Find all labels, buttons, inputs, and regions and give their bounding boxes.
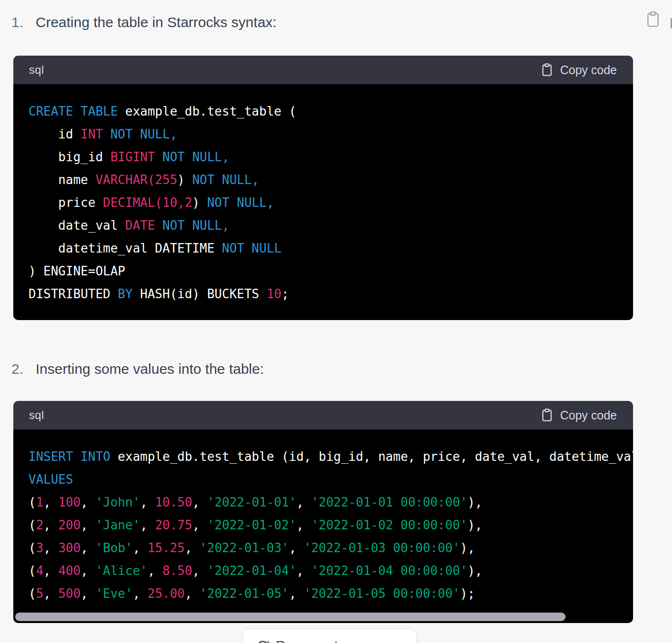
code-token: ) [192, 195, 207, 210]
code-token: 10 [267, 287, 281, 301]
code-line: id INT NOT NULL, [29, 123, 633, 146]
code-token: id [29, 127, 81, 141]
code-token: DECIMAL(10,2 [103, 195, 192, 210]
code-token [155, 150, 163, 164]
code-token: NOT NULL, [163, 150, 230, 164]
copy-code-label: Copy code [560, 63, 617, 77]
list-number: 2. [11, 360, 36, 378]
code-token: 1 [36, 495, 44, 509]
code-token: ), [468, 518, 482, 532]
code-token: , [133, 586, 147, 601]
code-line: (5, 500, 'Eve', 25.00, '2022-01-05', '20… [29, 582, 633, 605]
code-token: '2022-01-05' [200, 586, 289, 601]
code-token: , [297, 564, 311, 578]
code-token: ( [29, 586, 36, 601]
code-token: ) [177, 173, 192, 187]
code-token: 25.00 [148, 586, 185, 601]
code-token: BIGINT [110, 150, 155, 164]
code-token: '2022-01-04 00:00:00' [311, 564, 468, 578]
code-token: , [81, 541, 96, 555]
code-token: 2 [36, 518, 44, 532]
code-content: INSERT INTO example_db.test_table (id, b… [13, 429, 633, 623]
code-token: , [140, 518, 155, 532]
code-token: , [289, 541, 304, 555]
code-token: HASH(id) BUCKETS [133, 287, 267, 301]
code-line: price DECIMAL(10,2) NOT NULL, [29, 191, 633, 214]
code-token: ( [29, 495, 36, 509]
code-block-header: sql Copy code [13, 56, 633, 84]
code-token: 5 [36, 586, 44, 601]
code-token: 200 [58, 518, 81, 532]
code-token: , [43, 541, 58, 555]
regenerate-button[interactable]: Regenerate response [243, 629, 417, 643]
code-token: , [192, 518, 207, 532]
section-heading-2: 2. Inserting some values into the table: [11, 360, 264, 378]
code-token: datetime_val DATETIME [29, 241, 222, 255]
code-token: , [185, 541, 200, 555]
code-line: name VARCHAR(255) NOT NULL, [29, 168, 633, 191]
code-block-insert-values: sql Copy code INSERT INTO example_db.tes… [13, 401, 633, 623]
code-token [155, 218, 163, 233]
code-token: ( [29, 518, 36, 532]
code-token: NOT NULL, [192, 173, 259, 187]
code-token: DISTRIBUTED [29, 287, 118, 301]
clipboard-icon [540, 408, 554, 422]
code-token: , [81, 564, 96, 578]
copy-code-button[interactable]: Copy code [540, 408, 617, 422]
code-line: DISTRIBUTED BY HASH(id) BUCKETS 10; [29, 283, 633, 305]
code-token: ), [468, 564, 482, 578]
code-token: NOT NULL [222, 241, 281, 255]
code-token: , [289, 586, 304, 601]
code-token: , [43, 518, 58, 532]
code-line: VALUES [29, 468, 633, 491]
heading-text: Inserting some values into the table: [36, 360, 264, 378]
code-token: ; [281, 287, 289, 301]
code-line: INSERT INTO example_db.test_table (id, b… [29, 445, 633, 468]
code-token: '2022-01-03 00:00:00' [304, 541, 460, 555]
code-token: ( [29, 541, 36, 555]
code-token: INSERT INTO [29, 449, 110, 464]
code-token: ) ENGINE=OLAP [29, 264, 125, 278]
code-token: ); [460, 586, 475, 601]
clipboard-icon [540, 63, 554, 77]
code-token: '2022-01-01' [207, 495, 297, 509]
copy-code-button[interactable]: Copy code [540, 63, 617, 77]
code-token: , [43, 495, 58, 509]
code-token: , [43, 586, 58, 601]
code-token: 4 [36, 564, 44, 578]
code-token: , [133, 541, 147, 555]
code-token: , [297, 518, 311, 532]
code-line: (4, 400, 'Alice', 8.50, '2022-01-04', '2… [29, 559, 633, 582]
code-token: BY [118, 287, 133, 301]
code-token: 'Alice' [96, 564, 148, 578]
code-token: date_val [29, 218, 125, 233]
code-token: , [297, 495, 311, 509]
code-line: date_val DATE NOT NULL, [29, 214, 633, 237]
code-token: , [81, 495, 96, 509]
code-line: (2, 200, 'Jane', 20.75, '2022-01-02', '2… [29, 514, 633, 536]
code-token: 'John' [96, 495, 140, 509]
code-block-header: sql Copy code [13, 401, 633, 429]
message-copy-button[interactable] [643, 10, 663, 30]
heading-text: Creating the table in Starrocks syntax: [36, 13, 277, 31]
code-token: ( [29, 564, 36, 578]
copy-code-label: Copy code [560, 409, 617, 422]
code-token: 20.75 [155, 518, 192, 532]
code-token: 100 [58, 495, 81, 509]
code-token: name [29, 173, 96, 187]
horizontal-scrollbar[interactable] [15, 613, 566, 621]
code-token: '2022-01-02 00:00:00' [311, 518, 468, 532]
code-token: '2022-01-02' [207, 518, 297, 532]
regenerate-label: Regenerate response [276, 638, 403, 643]
list-number: 1. [11, 13, 36, 31]
code-token: , [81, 586, 96, 601]
code-token: 15.25 [148, 541, 185, 555]
code-token: , [192, 564, 207, 578]
code-token: DATE [125, 218, 155, 233]
code-token: , [43, 564, 58, 578]
code-token: CREATE TABLE [29, 104, 118, 118]
code-token: 'Jane' [96, 518, 140, 532]
code-content: CREATE TABLE example_db.test_table ( id … [13, 84, 633, 320]
code-token: example_db.test_table ( [118, 104, 297, 118]
code-token: NOT NULL, [110, 127, 177, 141]
